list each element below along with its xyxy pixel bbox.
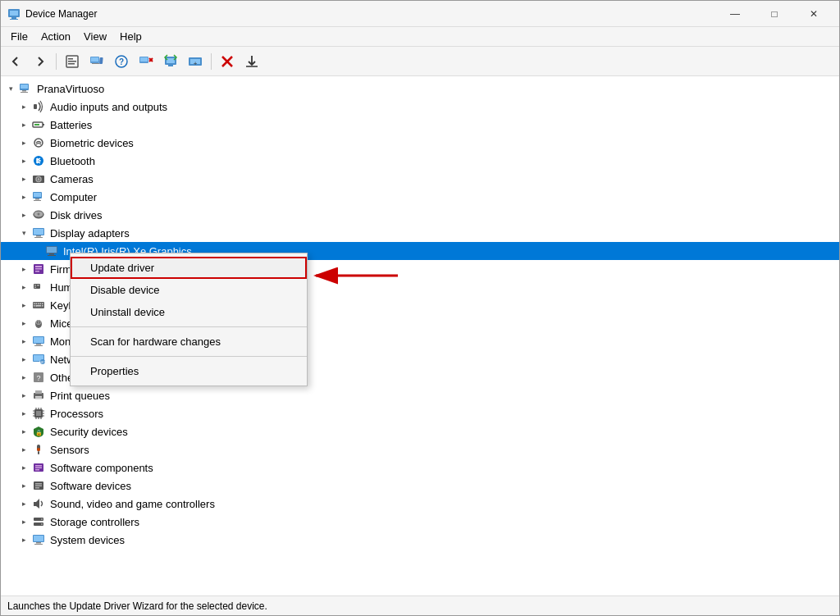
tree-item-audio[interactable]: Audio inputs and outputs [1,98,839,116]
svg-rect-71 [36,305,41,307]
keyboard-icon [30,297,47,313]
svg-rect-7 [68,63,75,65]
expand-sw-components[interactable] [17,461,30,474]
tree-item-print[interactable]: Print queues [1,386,839,404]
system-icon [30,532,47,548]
back-button[interactable] [4,50,27,73]
expand-security[interactable] [17,425,30,438]
add-button[interactable]: + [184,50,207,73]
tree-item-root[interactable]: PranaVirtuoso [1,80,839,98]
menu-bar: File Action View Help [1,27,839,47]
uninstall-button[interactable] [135,50,158,73]
tree-item-computer[interactable]: Computer [1,188,839,206]
expand-keyboards[interactable] [17,299,30,312]
window-title: Device Manager [25,8,716,20]
tree-item-biometric[interactable]: Biometric devices [1,134,839,152]
svg-rect-31 [34,104,37,109]
biometric-label: Biometric devices [50,137,134,149]
expand-other[interactable] [17,371,30,384]
svg-rect-91 [36,411,41,416]
expand-audio[interactable] [17,100,30,113]
menu-action[interactable]: Action [34,27,77,46]
expand-mice[interactable] [17,317,30,330]
expand-sw-devices[interactable] [17,479,30,492]
expand-processors[interactable] [17,407,30,420]
svg-point-107 [37,448,40,451]
help-button[interactable]: ? [110,50,133,73]
tree-item-processors[interactable]: Processors [1,404,839,422]
svg-text:?: ? [119,57,124,66]
context-menu-update-driver[interactable]: Update driver [71,257,307,279]
context-menu-disable[interactable]: Disable device [71,279,307,301]
tree-item-security[interactable]: 🔒 Security devices [1,422,839,440]
svg-rect-20 [168,65,173,66]
menu-view[interactable]: View [77,27,113,46]
tree-item-batteries[interactable]: Batteries [1,116,839,134]
svg-rect-53 [49,253,54,255]
menu-file[interactable]: File [4,27,34,46]
svg-rect-15 [140,57,148,62]
expand-display[interactable] [17,226,30,240]
device-manager-window: Device Manager — □ ✕ File Action View He… [0,0,840,616]
svg-rect-50 [34,237,43,238]
close-button[interactable]: ✕ [795,1,833,27]
expand-print[interactable] [17,389,30,402]
tree-item-storage[interactable]: Storage controllers [1,513,839,531]
context-menu-uninstall[interactable]: Uninstall device [71,301,307,323]
svg-rect-10 [92,63,99,64]
tree-item-sw-components[interactable]: Software components [1,459,839,477]
tree-item-sound[interactable]: Sound, video and game controllers [1,495,839,513]
expand-bluetooth[interactable] [17,154,30,167]
svg-rect-111 [35,469,39,471]
tree-item-system[interactable]: System devices [1,531,839,549]
svg-rect-42 [35,198,39,200]
svg-rect-57 [35,268,42,270]
expand-sound[interactable] [17,497,30,510]
expand-sensors[interactable] [17,443,30,456]
expand-disk[interactable] [17,208,30,221]
arrow-indicator [308,263,406,288]
disk-icon [30,207,47,223]
tree-item-disk[interactable]: Disk drives [1,206,839,224]
toolbar: ? + [1,47,839,76]
expand-biometric[interactable] [17,136,30,149]
svg-rect-115 [35,487,39,489]
title-bar: Device Manager — □ ✕ [1,1,839,27]
forward-button[interactable] [29,50,52,73]
scan-button[interactable] [159,50,182,73]
context-menu-scan[interactable]: Scan for hardware changes [71,331,307,353]
disk-label: Disk drives [50,209,103,221]
toolbar-sep-2 [211,53,212,70]
expand-batteries[interactable] [17,118,30,131]
tree-item-cameras[interactable]: Cameras [1,170,839,188]
expand-firmware[interactable] [17,262,30,276]
tree-item-bluetooth[interactable]: Bluetooth [1,152,839,170]
expand-system[interactable] [17,533,30,546]
system-label: System devices [50,534,125,546]
tree-item-display[interactable]: Display adapters [1,224,839,242]
expand-monitors[interactable] [17,335,30,348]
tree-item-sw-devices[interactable]: Software devices [1,477,839,495]
minimize-button[interactable]: — [716,1,754,27]
download-button[interactable] [240,50,263,73]
audio-icon [30,98,47,115]
expand-cameras[interactable] [17,172,30,185]
expand-hid[interactable] [17,281,30,294]
delete-button[interactable] [216,50,239,73]
svg-rect-109 [35,465,42,467]
hid-icon [30,279,47,295]
driver-update-button[interactable] [85,50,108,73]
tree-item-sensors[interactable]: Sensors [1,440,839,459]
properties-button[interactable] [61,50,84,73]
expand-network[interactable] [17,353,30,366]
expand-storage[interactable] [17,515,30,528]
sensors-icon [30,441,47,458]
svg-rect-3 [10,19,18,20]
svg-rect-6 [68,61,76,62]
maximize-button[interactable]: □ [756,1,793,27]
expand-root[interactable] [4,82,17,95]
expand-computer[interactable] [17,190,30,203]
svg-rect-28 [21,84,28,89]
menu-help[interactable]: Help [113,27,148,46]
context-menu-properties[interactable]: Properties [71,360,307,382]
